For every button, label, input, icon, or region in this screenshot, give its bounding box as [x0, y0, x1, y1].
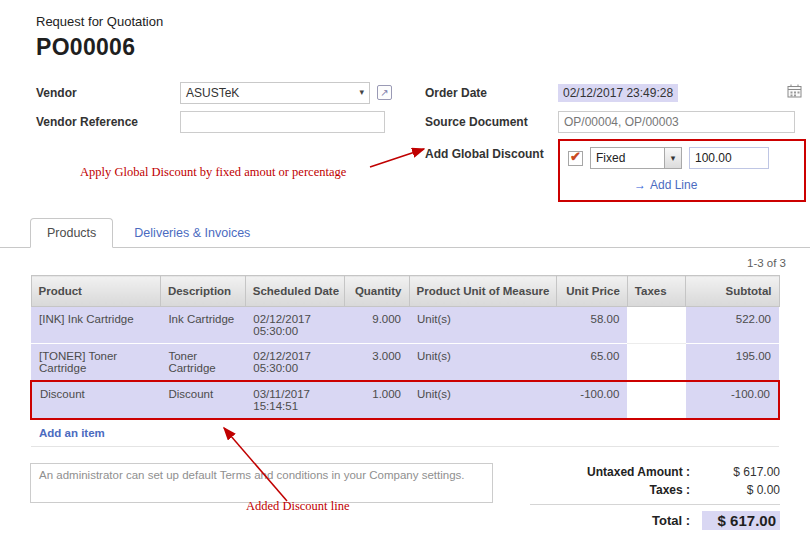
order-date-field[interactable]: 02/12/2017 23:49:28: [558, 84, 802, 102]
untaxed-amount-label: Untaxed Amount :: [587, 465, 690, 479]
table-header-row: Product Description Scheduled Date Quant…: [31, 276, 779, 307]
add-an-item-link[interactable]: Add an item: [39, 427, 105, 439]
untaxed-amount-row: Untaxed Amount : $ 617.00: [530, 465, 780, 479]
terms-and-conditions-field[interactable]: An administrator can set up default Term…: [30, 463, 493, 503]
order-date-label: Order Date: [425, 86, 558, 100]
table-row-discount[interactable]: Discount Discount 03/11/2017 15:14:51 1.…: [31, 381, 779, 419]
cell-subtotal[interactable]: -100.00: [686, 381, 779, 419]
cell-description[interactable]: Toner Cartridge: [160, 344, 245, 382]
col-header-taxes[interactable]: Taxes: [627, 276, 686, 307]
order-date-row: Order Date 02/12/2017 23:49:28: [425, 81, 806, 104]
discount-type-select[interactable]: Fixed ▾: [590, 147, 682, 169]
cell-product[interactable]: [TONER] Toner Cartridge: [31, 344, 160, 382]
add-item-row: Add an item: [31, 419, 779, 447]
tab-deliveries-invoices[interactable]: Deliveries & Invoices: [117, 218, 267, 248]
vendor-reference-input[interactable]: [180, 111, 385, 133]
order-date-value[interactable]: 02/12/2017 23:49:28: [558, 84, 678, 102]
vendor-select[interactable]: ASUSTeK ▾: [180, 82, 370, 104]
col-header-unit-price[interactable]: Unit Price: [557, 276, 628, 307]
cell-uom[interactable]: Unit(s): [409, 381, 557, 419]
cell-description[interactable]: Discount: [160, 381, 245, 419]
source-document-input[interactable]: [558, 111, 795, 133]
totals-divider: [530, 504, 780, 505]
chevron-down-icon[interactable]: ▾: [359, 88, 364, 97]
table-row-ink-cartridge[interactable]: [INK] Ink Cartridge Ink Cartridge 02/12/…: [31, 307, 779, 344]
checkmark-icon: ✔: [570, 149, 581, 164]
total-row: Total : $ 617.00: [530, 511, 780, 530]
total-label: Total :: [652, 513, 690, 528]
global-discount-row: Add Global Discount ✔ Fixed ▾ →Add Line: [425, 139, 806, 202]
discount-amount-input[interactable]: [689, 147, 769, 169]
col-header-description[interactable]: Description: [160, 276, 245, 307]
add-line-label: Add Line: [650, 178, 697, 192]
source-document-row: Source Document: [425, 110, 806, 133]
untaxed-amount-value: $ 617.00: [702, 465, 780, 479]
cell-description[interactable]: Ink Cartridge: [160, 307, 245, 344]
cell-uom[interactable]: Unit(s): [409, 307, 557, 344]
table-row-toner-cartridge[interactable]: [TONER] Toner Cartridge Toner Cartridge …: [31, 344, 779, 382]
cell-product[interactable]: [INK] Ink Cartridge: [31, 307, 160, 344]
taxes-row: Taxes : $ 0.00: [530, 483, 780, 497]
discount-type-value: Fixed: [591, 148, 664, 168]
cell-scheduled-date[interactable]: 02/12/2017 05:30:00: [245, 307, 344, 344]
annotation-discount-line-note: Added Discount line: [246, 499, 349, 514]
cell-unit-price[interactable]: -100.00: [557, 381, 628, 419]
calendar-icon[interactable]: [787, 84, 802, 101]
cell-taxes[interactable]: [627, 307, 686, 344]
add-line-arrow-icon: →: [634, 178, 646, 192]
cell-taxes[interactable]: [627, 381, 686, 419]
pager: 1-3 of 3: [0, 257, 810, 269]
cell-subtotal[interactable]: 522.00: [686, 307, 779, 344]
cell-uom[interactable]: Unit(s): [409, 344, 557, 382]
doc-header: Request for Quotation PO00006: [0, 0, 810, 61]
cell-unit-price[interactable]: 65.00: [557, 344, 628, 382]
form-right-column: Order Date 02/12/2017 23:49:28: [425, 81, 806, 208]
doc-type-label: Request for Quotation: [36, 14, 780, 29]
col-header-quantity[interactable]: Quantity: [344, 276, 409, 307]
totals-panel: Untaxed Amount : $ 617.00 Taxes : $ 0.00…: [530, 463, 780, 534]
global-discount-label: Add Global Discount: [425, 139, 558, 161]
cell-scheduled-date[interactable]: 02/12/2017 05:30:00: [245, 344, 344, 382]
form-area: Vendor ASUSTeK ▾ ↗ Vendor Reference Orde…: [0, 61, 810, 208]
doc-number: PO00006: [36, 34, 780, 61]
vendor-reference-label: Vendor Reference: [36, 115, 180, 129]
cell-product[interactable]: Discount: [31, 381, 160, 419]
external-link-icon[interactable]: ↗: [377, 85, 392, 100]
tab-products[interactable]: Products: [30, 218, 113, 248]
form-left-column: Vendor ASUSTeK ▾ ↗ Vendor Reference: [36, 81, 425, 139]
select-caret-icon[interactable]: ▾: [664, 148, 681, 168]
cell-taxes[interactable]: [627, 344, 686, 382]
cell-quantity[interactable]: 9.000: [344, 307, 409, 344]
col-header-scheduled-date[interactable]: Scheduled Date: [245, 276, 344, 307]
cell-scheduled-date[interactable]: 03/11/2017 15:14:51: [245, 381, 344, 419]
col-header-subtotal[interactable]: Subtotal: [686, 276, 779, 307]
taxes-label: Taxes :: [650, 483, 690, 497]
total-value: $ 617.00: [702, 511, 780, 530]
footer: An administrator can set up default Term…: [0, 447, 810, 534]
cell-quantity[interactable]: 3.000: [344, 344, 409, 382]
vendor-value: ASUSTeK: [186, 86, 239, 100]
col-header-product[interactable]: Product: [31, 276, 160, 307]
col-header-uom[interactable]: Product Unit of Measure: [409, 276, 557, 307]
order-lines-table: Product Description Scheduled Date Quant…: [30, 275, 780, 447]
cell-quantity[interactable]: 1.000: [344, 381, 409, 419]
global-discount-controls: ✔ Fixed ▾: [568, 147, 796, 169]
cell-unit-price[interactable]: 58.00: [557, 307, 628, 344]
vendor-reference-row: Vendor Reference: [36, 110, 425, 133]
cell-subtotal[interactable]: 195.00: [686, 344, 779, 382]
vendor-row: Vendor ASUSTeK ▾ ↗: [36, 81, 425, 104]
notebook-tabs: Products Deliveries & Invoices: [0, 218, 810, 248]
purchase-order-page: Apply Global Discount by fixed amout or …: [0, 0, 810, 546]
taxes-value: $ 0.00: [702, 483, 780, 497]
vendor-label: Vendor: [36, 86, 180, 100]
source-document-label: Source Document: [425, 115, 558, 129]
global-discount-annotation-box: ✔ Fixed ▾ →Add Line: [558, 139, 806, 202]
add-line-link[interactable]: →Add Line: [634, 178, 796, 192]
annotation-global-discount-note: Apply Global Discount by fixed amout or …: [80, 165, 346, 180]
global-discount-checkbox[interactable]: ✔: [568, 151, 583, 166]
